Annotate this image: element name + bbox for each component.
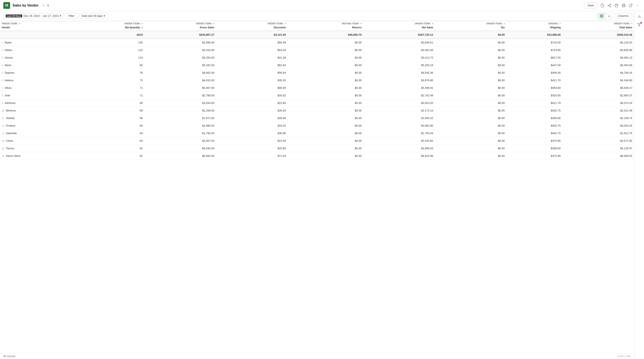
app-logo: M — [3, 2, 10, 9]
chevron-down-icon: ▾ — [60, 14, 61, 18]
more-options-icon[interactable]: ⋮ — [635, 3, 641, 8]
columns-button[interactable]: Columns — [615, 13, 632, 19]
view-toggle — [598, 13, 613, 19]
external-link-icon[interactable] — [628, 3, 634, 8]
date-range-value: Dec 19, 2022 – Jan 17, 2023 — [24, 14, 58, 18]
top-bar: M Sales by Vendor ☆ ℹ Save ⋮ — [0, 0, 644, 11]
date-range-button[interactable]: Last 30 Days Dec 19, 2022 – Jan 17, 2023… — [3, 13, 64, 19]
svg-line-4 — [609, 5, 610, 5]
chart-view-button[interactable] — [606, 13, 613, 19]
date-filter-button[interactable]: Date last 30 days ▾ — [79, 13, 107, 19]
info-icon[interactable]: ℹ — [46, 3, 50, 8]
calendar-icon[interactable] — [613, 3, 620, 8]
svg-rect-5 — [615, 4, 618, 7]
table-view-button[interactable] — [598, 13, 606, 19]
svg-line-3 — [609, 6, 610, 6]
date-range-badge: Last 30 Days — [6, 15, 22, 18]
svg-rect-9 — [623, 6, 625, 7]
svg-point-0 — [610, 4, 611, 5]
chevron-down-icon-2: ▾ — [104, 14, 105, 18]
print-icon[interactable] — [620, 3, 627, 8]
star-icon[interactable]: ☆ — [41, 3, 46, 8]
svg-line-10 — [630, 4, 632, 6]
sidebar-chart-icon[interactable] — [636, 13, 643, 20]
share-icon[interactable] — [606, 3, 612, 8]
right-sidebar: 1 — [634, 11, 644, 21]
download-icon[interactable] — [599, 3, 606, 8]
save-button[interactable]: Save — [584, 2, 598, 9]
filter-button[interactable]: Filter — [65, 13, 78, 19]
svg-point-1 — [608, 5, 609, 6]
filter-bar: Last 30 Days Dec 19, 2022 – Jan 17, 2023… — [0, 11, 644, 21]
date-filter-label: Date last 30 days — [82, 14, 102, 18]
page-title: Sales by Vendor — [12, 4, 38, 7]
svg-point-2 — [610, 6, 611, 7]
svg-rect-11 — [600, 15, 603, 17]
